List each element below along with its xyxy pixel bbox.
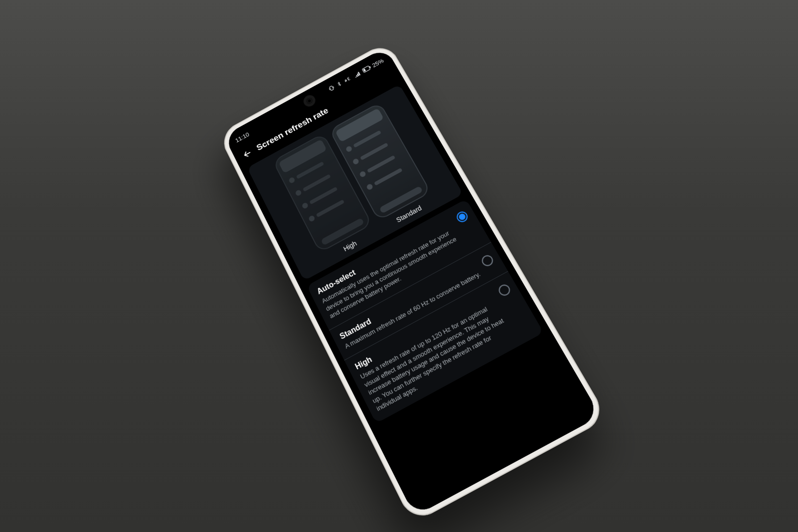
vibrate-icon bbox=[327, 84, 336, 92]
radio-standard[interactable] bbox=[480, 253, 495, 268]
photo-stage: 11:10 25% bbox=[0, 0, 798, 532]
signal-icon bbox=[353, 70, 361, 78]
radio-high[interactable] bbox=[497, 283, 512, 298]
arrow-left-icon bbox=[241, 147, 254, 160]
phone-frame: 11:10 25% bbox=[218, 41, 608, 524]
volte-icon bbox=[343, 75, 353, 83]
screen-fade bbox=[400, 387, 601, 516]
screen: 11:10 25% bbox=[224, 47, 601, 516]
radio-auto-select[interactable] bbox=[455, 210, 470, 224]
back-button[interactable] bbox=[240, 147, 254, 161]
bluetooth-icon bbox=[336, 80, 343, 88]
svg-rect-1 bbox=[362, 66, 370, 73]
